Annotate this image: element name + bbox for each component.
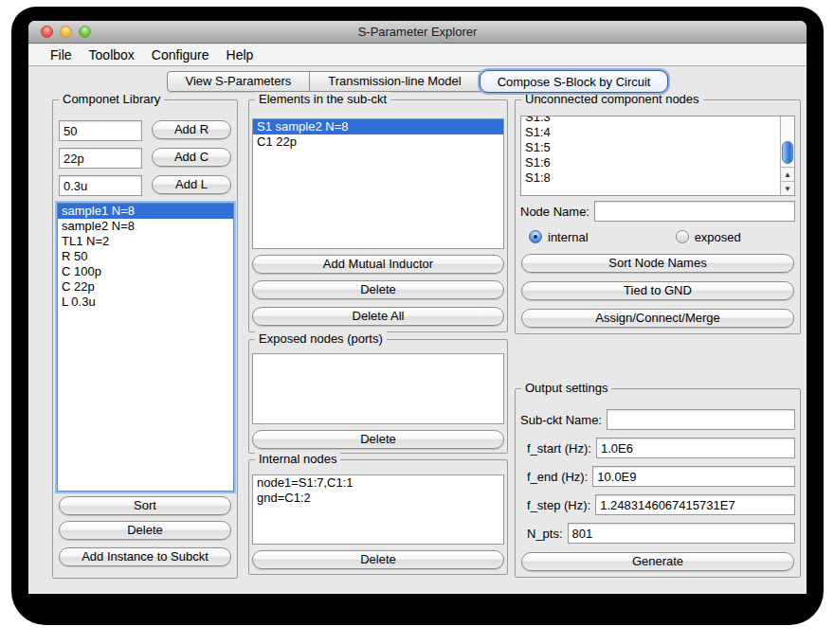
exposed-nodes-list[interactable] [252,353,504,424]
list-item[interactable]: gnd=C1:2 [253,491,503,506]
add-mutual-inductor-button[interactable]: Add Mutual Inductor [252,255,504,274]
screenshot-root: S-Parameter Explorer File Toolbox Config… [0,0,834,644]
internal-nodes-panel: Internal nodes node1=S1:7,C1:1 gnd=C1:2 … [248,459,508,575]
window-title: S-Parameter Explorer [28,21,807,44]
add-c-button[interactable]: Add C [152,148,231,167]
close-button-icon[interactable] [41,26,53,38]
list-item[interactable]: C 22p [58,279,233,295]
scroll-down-icon[interactable]: ▼ [781,181,794,195]
assign-connect-merge-button[interactable]: Assign/Connect/Merge [521,309,794,328]
app-window: S-Parameter Explorer File Toolbox Config… [28,21,807,594]
internal-delete-button[interactable]: Delete [252,550,504,569]
menu-toolbox[interactable]: Toolbox [81,45,143,65]
resistor-value-input[interactable] [59,120,142,141]
elements-delete-button[interactable]: Delete [252,280,504,299]
component-library-panel: Componet Library Add R Add C Add L sampl… [52,99,238,579]
elements-panel: Elements in the sub-ckt S1 sample2 N=8 C… [248,99,508,332]
list-item[interactable]: R 50 [58,249,233,264]
library-delete-button[interactable]: Delete [59,521,231,540]
add-instance-to-subckt-button[interactable]: Add Instance to Subckt [59,547,231,566]
n-pts-input[interactable] [568,523,795,544]
component-library-list[interactable]: sample1 N=8 sample2 N=8 TL1 N=2 R 50 C 1… [57,203,234,492]
f-step-input[interactable] [595,494,795,515]
scrollbar-thumb[interactable] [782,141,793,164]
inductor-value-input[interactable] [59,175,142,196]
internal-nodes-list[interactable]: node1=S1:7,C1:1 gnd=C1:2 [252,474,504,545]
f-step-label: f_step (Hz): [527,498,590,512]
menu-help[interactable]: Help [218,45,263,65]
subckt-name-label: Sub-ckt Name: [520,413,602,427]
radio-exposed[interactable]: exposed [676,230,741,244]
node-name-label: Node Name: [520,205,589,219]
radio-internal-icon[interactable] [529,230,542,243]
exposed-nodes-title: Exposed nodes (ports) [255,331,387,346]
zoom-button-icon[interactable] [79,26,91,38]
tied-to-gnd-button[interactable]: Tied to GND [521,281,794,300]
list-item[interactable]: sample1 N=8 [58,204,233,219]
elements-delete-all-button[interactable]: Delete All [252,307,504,326]
menu-configure[interactable]: Configure [143,45,218,65]
list-item[interactable]: sample2 N=8 [58,219,233,234]
elements-title: Elements in the sub-ckt [255,92,390,106]
radio-internal[interactable]: internal [529,230,589,244]
node-name-input[interactable] [594,201,795,222]
unconnected-nodes-title: Unconnected component nodes [521,92,703,106]
output-settings-title: Output settings [521,381,611,395]
generate-button[interactable]: Generate [521,552,794,571]
add-l-button[interactable]: Add L [152,175,231,194]
list-item[interactable]: node1=S1:7,C1:1 [253,475,503,491]
minimize-button-icon[interactable] [60,26,72,38]
list-item[interactable]: S1:5 [521,140,794,155]
library-sort-button[interactable]: Sort [59,496,231,515]
f-start-input[interactable] [596,438,795,458]
tab-view-s-parameters[interactable]: View S-Parameters [168,72,311,91]
unconnected-nodes-list[interactable]: S1:3 S1:4 S1:5 S1:6 S1:8 ▲ ▼ [520,116,795,196]
menu-file[interactable]: File [42,45,81,65]
add-r-button[interactable]: Add R [152,120,231,139]
list-item[interactable]: S1:4 [521,125,794,140]
subckt-name-input[interactable] [607,409,795,430]
tab-transmission-line-model[interactable]: Transmission-line Model [310,72,480,91]
list-item[interactable]: C1 22p [253,134,503,150]
list-item[interactable]: S1:6 [521,155,794,170]
output-settings-panel: Output settings Sub-ckt Name: f_start (H… [515,388,801,578]
f-start-label: f_start (Hz): [527,441,591,456]
tab-compose-s-block-by-circuit[interactable]: Compose S-Block by Circuit [480,70,669,93]
exposed-nodes-panel: Exposed nodes (ports) Delete [248,339,508,454]
list-item[interactable]: TL1 N=2 [58,234,233,249]
n-pts-label: N_pts: [527,527,563,541]
sort-node-names-button[interactable]: Sort Node Names [521,254,794,273]
capacitor-value-input[interactable] [59,148,142,169]
list-item[interactable]: C 100p [58,264,233,279]
menu-bar: File Toolbox Configure Help [28,45,807,66]
internal-nodes-title: Internal nodes [255,452,340,466]
f-end-input[interactable] [592,466,795,487]
tab-control: View S-Parameters Transmission-line Mode… [167,71,669,92]
list-item[interactable]: S1:8 [521,170,794,186]
radio-exposed-icon[interactable] [676,230,689,243]
unconnected-nodes-panel: Unconnected component nodes S1:3 S1:4 S1… [515,99,801,334]
list-item[interactable]: S1 sample2 N=8 [253,119,503,134]
scroll-up-icon[interactable]: ▲ [781,167,794,181]
title-bar[interactable]: S-Parameter Explorer [28,21,807,44]
component-library-title: Componet Library [59,92,164,106]
exposed-delete-button[interactable]: Delete [252,430,504,449]
f-end-label: f_end (Hz): [527,470,588,484]
list-item[interactable]: L 0.3u [58,295,233,310]
list-item[interactable]: S1:3 [521,116,794,125]
elements-list[interactable]: S1 sample2 N=8 C1 22p [252,118,504,249]
vertical-scrollbar[interactable]: ▲ ▼ [780,116,794,195]
